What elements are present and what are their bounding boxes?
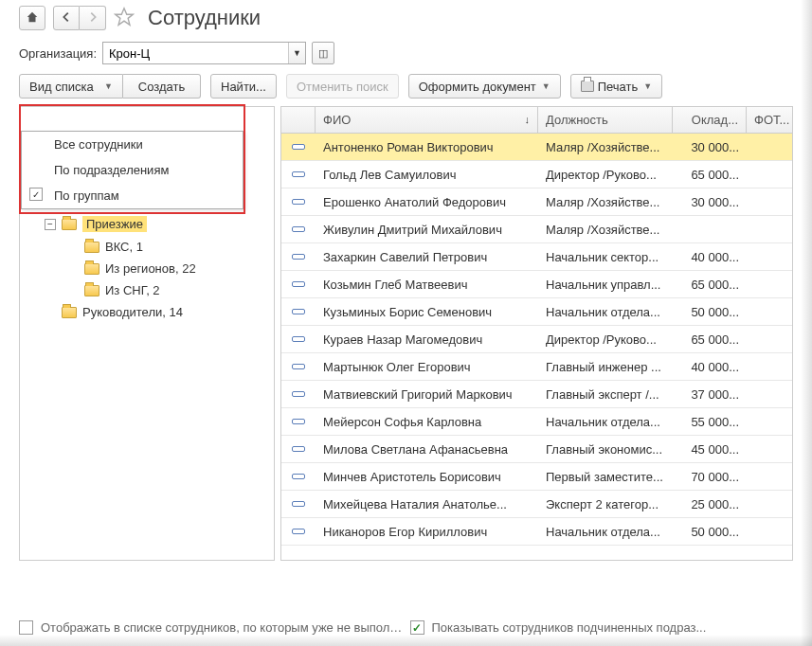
create-button[interactable]: Создать: [123, 74, 201, 99]
tree-item-cis[interactable]: Из СНГ, 2: [20, 279, 274, 301]
svg-marker-0: [116, 8, 133, 24]
table-row[interactable]: Захаркин Савелий ПетровичНачальник секто…: [281, 243, 792, 271]
table-row[interactable]: Живулин Дмитрий МихайловичМаляр /Хозяйст…: [281, 216, 792, 243]
tree-item-regions[interactable]: Из регионов, 22: [20, 258, 274, 279]
folder-icon: [62, 219, 77, 230]
view-list-dropdown: Все сотрудники По подразделениям ✓ По гр…: [21, 131, 244, 209]
item-icon: [292, 281, 305, 287]
table-row[interactable]: Кураев Назар МагомедовичДиректор /Руково…: [281, 326, 792, 353]
item-icon: [292, 474, 305, 479]
table-row[interactable]: Мартынюк Олег ЕгоровичГлавный инженер ..…: [281, 353, 792, 381]
cell-fio: Мартынюк Олег Егорович: [316, 360, 538, 374]
print-button[interactable]: Печать ▼: [570, 74, 663, 99]
folder-icon: [84, 242, 99, 253]
tree-item-vks[interactable]: ВКС, 1: [20, 236, 274, 258]
cell-fio: Никаноров Егор Кириллович: [316, 525, 538, 539]
open-icon: ◫: [318, 47, 328, 60]
home-button[interactable]: [19, 6, 45, 30]
cell-pos: Эксперт 2 категор...: [538, 497, 673, 511]
org-combo[interactable]: ▼: [102, 42, 306, 64]
show-subordinate-checkbox[interactable]: [410, 620, 424, 635]
org-dropdown-button[interactable]: ▼: [288, 43, 305, 63]
cell-fio: Захаркин Савелий Петрович: [316, 250, 538, 264]
view-list-button[interactable]: Вид списка ▼: [19, 74, 123, 99]
nav-forward-button[interactable]: [80, 6, 106, 30]
make-doc-button[interactable]: Оформить документ ▼: [408, 74, 561, 99]
col-header-icon[interactable]: [281, 107, 316, 133]
cell-sal: 65 000...: [673, 332, 747, 347]
folder-icon: [84, 285, 99, 296]
table-row[interactable]: Минчев Аристотель БорисовичПервый замест…: [281, 463, 792, 491]
chevron-down-icon: ▼: [104, 81, 113, 91]
cell-pos: Первый заместите...: [538, 470, 673, 484]
chevron-down-icon: ▼: [293, 48, 301, 58]
cell-pos: Главный инженер ...: [538, 360, 673, 374]
table-row[interactable]: Ерошенко Анатолий ФедоровичМаляр /Хозяйс…: [281, 188, 792, 216]
col-header-fio[interactable]: ФИО ↓: [316, 107, 538, 133]
item-icon: [292, 419, 305, 424]
table-row[interactable]: Матвиевский Григорий МарковичГлавный экс…: [281, 381, 792, 408]
folder-icon: [62, 307, 77, 318]
favorite-icon[interactable]: [114, 7, 135, 30]
nav-back-button[interactable]: [53, 6, 80, 30]
menu-item-by-group[interactable]: ✓ По группам: [22, 183, 243, 208]
table-row[interactable]: Михейцева Наталия Анатолье...Эксперт 2 к…: [281, 491, 792, 518]
cell-fio: Козьмин Глеб Матвеевич: [316, 278, 538, 292]
cell-fio: Ерошенко Анатолий Федорович: [316, 195, 538, 209]
cancel-find-button: Отменить поиск: [286, 74, 399, 99]
cell-pos: Начальник отдела...: [538, 415, 673, 429]
cell-pos: Начальник отдела...: [538, 525, 673, 539]
cell-sal: 30 000...: [673, 140, 747, 154]
arrow-right-icon: [86, 10, 99, 27]
cell-sal: 45 000...: [673, 442, 747, 457]
cell-pos: Начальник отдела...: [538, 305, 673, 319]
chevron-down-icon: ▼: [542, 81, 550, 91]
cell-sal: 50 000...: [673, 525, 747, 539]
table-row[interactable]: Гольд Лев СамуиловичДиректор /Руково...6…: [281, 161, 792, 188]
cell-sal: 50 000...: [673, 305, 747, 319]
org-open-button[interactable]: ◫: [312, 42, 334, 64]
org-input[interactable]: [103, 46, 288, 61]
find-button[interactable]: Найти...: [210, 74, 277, 99]
show-inactive-label: Отображать в списке сотрудников, по кото…: [41, 620, 403, 635]
chevron-down-icon: ▼: [643, 81, 652, 91]
cell-fio: Антоненко Роман Викторович: [316, 140, 538, 154]
home-icon: [26, 10, 39, 27]
cell-sal: 30 000...: [673, 195, 747, 209]
cell-pos: Главный эксперт /...: [538, 387, 673, 402]
cell-fio: Мейерсон Софья Карловна: [316, 415, 538, 429]
cell-sal: 40 000...: [673, 360, 747, 374]
cell-pos: Начальник управл...: [538, 278, 673, 292]
cell-pos: Директор /Руково...: [538, 332, 673, 347]
tree-item-managers[interactable]: Руководители, 14: [20, 301, 274, 323]
tree-item-visitors[interactable]: − Приезжие: [20, 212, 274, 236]
item-icon: [292, 364, 305, 369]
menu-item-by-dept[interactable]: По подразделениям: [22, 157, 243, 183]
cell-sal: 65 000...: [673, 278, 747, 292]
menu-item-all[interactable]: Все сотрудники: [22, 132, 243, 157]
cell-pos: Начальник сектор...: [538, 250, 673, 264]
col-header-sal[interactable]: Оклад...: [673, 107, 747, 133]
page-title: Сотрудники: [148, 6, 261, 30]
cell-sal: 40 000...: [673, 250, 747, 264]
table-row[interactable]: Милова Светлана АфанасьевнаГлавный эконо…: [281, 436, 792, 463]
cell-fio: Михейцева Наталия Анатолье...: [316, 497, 538, 511]
table-row[interactable]: Антоненко Роман ВикторовичМаляр /Хозяйст…: [281, 134, 792, 161]
show-inactive-checkbox[interactable]: [19, 620, 33, 635]
col-header-foto[interactable]: ФОТ...: [747, 107, 792, 133]
item-icon: [292, 336, 305, 342]
view-list-label: Вид списка: [29, 80, 94, 94]
table-row[interactable]: Козьмин Глеб МатвеевичНачальник управл..…: [281, 271, 792, 298]
item-icon: [292, 171, 305, 177]
item-icon: [292, 254, 305, 260]
collapse-icon[interactable]: −: [45, 219, 56, 230]
table-row[interactable]: Мейерсон Софья КарловнаНачальник отдела.…: [281, 408, 792, 436]
table-row[interactable]: Кузьминых Борис СеменовичНачальник отдел…: [281, 298, 792, 326]
cell-pos: Маляр /Хозяйстве...: [538, 223, 673, 237]
cell-pos: Маляр /Хозяйстве...: [538, 195, 673, 209]
col-header-pos[interactable]: Должность: [538, 107, 673, 133]
table-row[interactable]: Никаноров Егор КирилловичНачальник отдел…: [281, 518, 792, 546]
show-subordinate-label: Показывать сотрудников подчиненных подра…: [432, 620, 794, 635]
cell-sal: 65 000...: [673, 168, 747, 182]
item-icon: [292, 226, 305, 232]
